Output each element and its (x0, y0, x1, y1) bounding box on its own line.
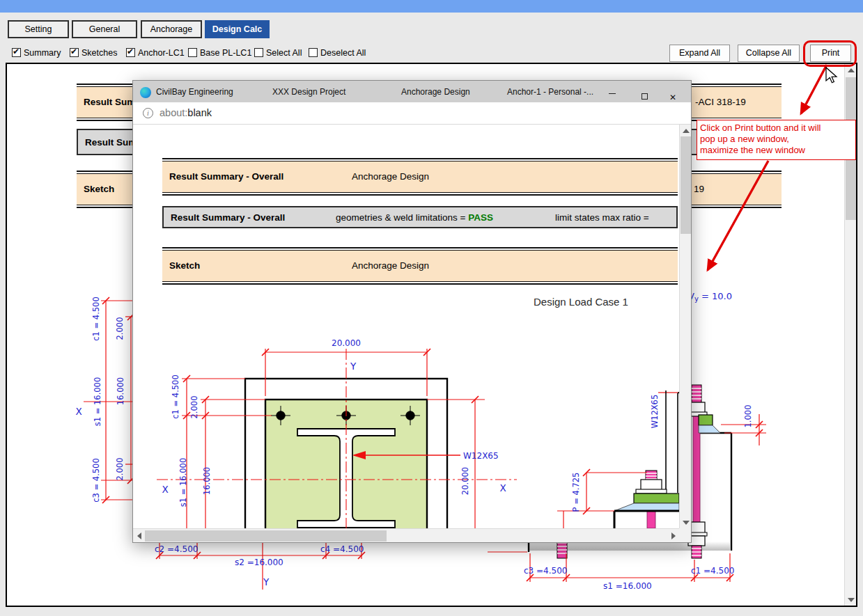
dim-label: c1 = 4.500 (171, 374, 180, 419)
tutorial-annotation: Click on Print button and it will pop up… (697, 120, 856, 160)
sketch-header: Sketch Anchorage Design (162, 247, 678, 285)
filter-label: Deselect All (320, 48, 366, 58)
geometry-check: geometries & weld limitations = PASS (336, 212, 493, 223)
axis-x-label: X (75, 406, 81, 417)
axis-y-label: Y (263, 576, 270, 587)
window-top-bar (0, 0, 863, 13)
axis-x-label: X (162, 484, 168, 495)
tab-general[interactable]: General (72, 20, 137, 38)
grout-pad (614, 503, 679, 511)
dim-label: s2 =16.000 (235, 558, 283, 567)
titlebar-app: CivilBay Engineering (156, 87, 233, 97)
titlebar-project: XXX Design Project (272, 87, 345, 97)
grout-pad (699, 425, 720, 433)
filter-deselect-all[interactable]: Deselect All (309, 47, 366, 58)
axis-x-label: X (499, 482, 506, 493)
scroll-up-icon[interactable] (845, 64, 857, 76)
filter-anchor-lc1[interactable]: ✔ Anchor-LC1 (126, 47, 185, 58)
print-preview-window: CivilBay Engineering XXX Design Project … (132, 80, 692, 543)
checkbox-unchecked-icon[interactable] (188, 48, 197, 57)
plate-washer (699, 415, 713, 425)
plate-washer (634, 493, 679, 503)
titlebar-doc: Anchor-1 - Personal -... (507, 87, 593, 97)
filter-label: Base PL-LC1 (200, 48, 251, 58)
titlebar-module: Anchorage Design (401, 87, 470, 97)
scroll-up-icon[interactable] (680, 125, 691, 136)
filter-summary[interactable]: ✔ Summary (12, 47, 61, 58)
dim-label: 16.000 (116, 377, 125, 405)
print-button[interactable]: Print (810, 45, 851, 62)
dim-label: c4 =4.500 (320, 544, 364, 554)
dim-label: c2 =4.500 (155, 544, 198, 554)
filter-label: Anchor-LC1 (138, 48, 185, 58)
scroll-right-icon[interactable] (667, 530, 679, 542)
dim-label: c1 =4.500 (691, 566, 734, 576)
dim-label: c1 = 4.500 (91, 297, 101, 341)
dim-label: s1 =16.000 (603, 581, 652, 591)
dim-label: s1 = 16.000 (178, 458, 188, 507)
checkbox-unchecked-icon[interactable] (254, 48, 263, 57)
dim-label: 2.000 (115, 317, 125, 340)
dim-label: 2.000 (189, 396, 199, 419)
axis-y-label: Y (350, 361, 357, 372)
load-case-title: Design Load Case 1 (534, 296, 628, 308)
result-summary-header: Result Summary - Overall Anchorage Desig… (162, 158, 678, 196)
scroll-thumb[interactable] (681, 136, 691, 234)
dim-label: 2.000 (115, 458, 125, 481)
dim-label: 20.000 (332, 338, 361, 348)
dim-label: P = 4.725 (571, 473, 581, 512)
popup-title-bar[interactable]: CivilBay Engineering XXX Design Project … (133, 81, 691, 102)
popup-vertical-scrollbar[interactable] (679, 125, 691, 528)
filter-select-all[interactable]: Select All (254, 47, 302, 58)
dim-label: s1 = 16.000 (93, 377, 102, 427)
beam-size-label: W12X65 (463, 451, 499, 461)
ratio-check: limit states max ratio = (555, 212, 649, 223)
checkbox-unchecked-icon[interactable] (309, 48, 318, 57)
filter-label: Select All (266, 48, 302, 58)
dim-label: 20.000 (460, 467, 470, 495)
edge-browser-icon (140, 87, 151, 98)
scroll-down-icon[interactable] (680, 516, 691, 528)
dim-label: 1.000 (743, 405, 753, 428)
popup-horizontal-scrollbar[interactable] (133, 528, 679, 542)
popup-report-body: Result Summary - Overall Anchorage Desig… (133, 125, 691, 542)
tab-setting[interactable]: Setting (8, 20, 69, 38)
filter-label: Sketches (81, 48, 117, 58)
popup-address-bar[interactable]: i about:blank (133, 102, 691, 125)
scrollbar-corner (679, 528, 691, 542)
tab-anchorage[interactable]: Anchorage (141, 20, 202, 38)
filter-sketches[interactable]: ✔ Sketches (70, 47, 117, 58)
shear-load-label: Vy = 10.0 (688, 291, 732, 303)
filter-label: Summary (24, 48, 61, 58)
info-icon: i (143, 108, 153, 118)
tab-design-calc[interactable]: Design Calc (205, 20, 270, 38)
address-text: about:blank (160, 107, 212, 118)
scroll-thumb[interactable] (145, 530, 387, 542)
checkbox-checked-icon[interactable]: ✔ (12, 48, 21, 57)
collapse-all-button[interactable]: Collapse All (738, 45, 800, 62)
scroll-left-icon[interactable] (133, 530, 145, 542)
dim-label: c3 =4.500 (524, 566, 567, 576)
filter-base-pl-lc1[interactable]: Base PL-LC1 (188, 47, 251, 58)
dim-label: c3 = 4.500 (91, 458, 101, 503)
result-summary-bar: Result Summary - Overall geometries & we… (162, 206, 678, 228)
scroll-down-icon[interactable] (845, 594, 857, 606)
pass-badge: PASS (468, 212, 493, 223)
checkbox-checked-icon[interactable]: ✔ (70, 48, 79, 57)
dim-label: 16.000 (202, 467, 212, 495)
beam-size-label: W12X65 (650, 395, 660, 429)
checkbox-checked-icon[interactable]: ✔ (126, 48, 135, 57)
expand-all-button[interactable]: Expand All (669, 45, 730, 62)
